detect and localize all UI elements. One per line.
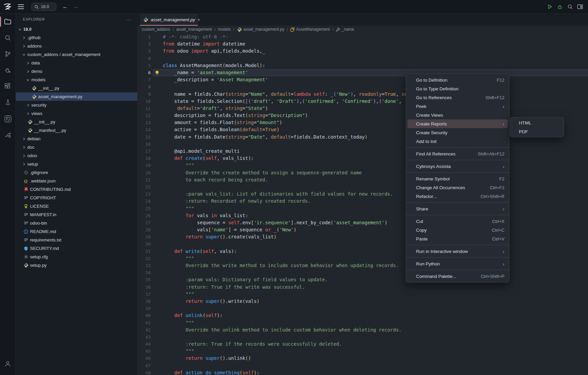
tree-item-setup[interactable]: setup: [16, 160, 137, 168]
tree-item-addons[interactable]: addons: [16, 42, 137, 50]
project-search-box[interactable]: 18.0: [31, 3, 56, 11]
menu-item-refactor[interactable]: Refactor...Ctrl+Shift+R: [406, 192, 509, 201]
code-line-48[interactable]: 48 def action_do_something(self):: [137, 369, 588, 375]
explorer-more-icon[interactable]: ···: [126, 17, 132, 22]
menu-item-paste[interactable]: PasteCtrl+V: [406, 234, 509, 243]
code-line-40[interactable]: 40 def unlink(self):: [137, 312, 588, 319]
code-line-29[interactable]: 29 return super().create(vals_list): [137, 233, 588, 240]
menu-item-go-to-references[interactable]: Go to ReferencesShift+F12: [406, 93, 509, 102]
tree-item-gitignore[interactable]: .gitignore: [16, 168, 137, 177]
menu-item-find-all-references[interactable]: Find All ReferencesShift+Alt+F12: [406, 149, 509, 158]
code-line-31[interactable]: 31 def write(self, vals):: [137, 248, 588, 255]
code-line-7[interactable]: 7 _description = 'Asset Management': [137, 76, 588, 83]
code-line-32[interactable]: 32 """: [137, 255, 588, 262]
tree-item-asset-management-py[interactable]: asset_management.py: [16, 92, 137, 101]
tab-asset-management-py[interactable]: asset_management.py ×: [140, 14, 198, 26]
code-line-1[interactable]: 1# -*- coding: utf-8 -*-: [137, 33, 588, 40]
code-line-2[interactable]: 2from datetime import datetime: [137, 40, 588, 48]
tree-item-copyright[interactable]: COPYRIGHT: [16, 194, 137, 202]
menu-item-create-security[interactable]: Create Security: [406, 128, 509, 137]
tree-item-init-py[interactable]: __init__.py: [16, 118, 137, 126]
search-icon[interactable]: [567, 4, 573, 10]
menu-item-go-to-type-definition[interactable]: Go to Type Definition: [406, 84, 509, 93]
code-line-18[interactable]: 18 def create(self, vals_list):: [137, 155, 588, 162]
menu-item-create-views[interactable]: Create Views: [406, 111, 509, 119]
code-line-46[interactable]: 46 return super().unlink(): [137, 355, 588, 362]
code-line-45[interactable]: 45 """: [137, 348, 588, 355]
tree-item-readme-md[interactable]: README.md: [16, 227, 137, 236]
tree-item-odoo[interactable]: odoo: [16, 151, 137, 160]
code-line-42[interactable]: 42 Override the unlink method to include…: [137, 326, 588, 334]
code-line-9[interactable]: 9 name = fields.Char(string="Name", defa…: [137, 91, 588, 98]
activity-account-icon[interactable]: [0, 356, 16, 372]
code-line-39[interactable]: 39: [137, 305, 588, 312]
code-line-47[interactable]: 47: [137, 362, 588, 369]
menu-item-cybrosys-assista[interactable]: Cybrosys Assista›: [406, 162, 509, 171]
activity-source-control-icon[interactable]: [0, 46, 16, 62]
code-line-38[interactable]: 38 return super().write(vals): [137, 298, 588, 305]
activity-postgres-icon[interactable]: [0, 111, 16, 126]
menu-item-go-to-definition[interactable]: Go to DefinitionF12: [406, 76, 509, 84]
breadcrumb-models[interactable]: models: [218, 27, 231, 32]
code-line-30[interactable]: 30: [137, 240, 588, 248]
tree-item-doc[interactable]: doc: [16, 143, 137, 151]
code-line-25[interactable]: 25 """: [137, 205, 588, 212]
tree-item-manifest-py[interactable]: __manifest__.py: [16, 126, 137, 135]
code-line-41[interactable]: 41 """: [137, 319, 588, 326]
code-line-34[interactable]: 34: [137, 269, 588, 276]
tree-item-manifest-in[interactable]: MANIFEST.in: [16, 210, 137, 219]
menu-item-create-reports[interactable]: Create Reports›: [407, 119, 508, 128]
breadcrumb-assetmanagement[interactable]: AssetManagement: [290, 27, 330, 32]
code-line-4[interactable]: 4: [137, 55, 588, 62]
menu-item-rename-symbol[interactable]: Rename SymbolF2: [406, 174, 509, 183]
menu-item-run-in-interactive-window[interactable]: Run in Interactive window›: [406, 247, 509, 256]
activity-extensions-icon[interactable]: [0, 79, 16, 94]
code-line-22[interactable]: 22: [137, 183, 588, 191]
tree-item-18-0[interactable]: 18.0: [16, 25, 137, 33]
menu-item-command-palette[interactable]: Command Palette...Ctrl+Shift+P: [406, 272, 509, 281]
tree-item-security[interactable]: security: [16, 101, 137, 109]
code-line-11[interactable]: 11 default='draft', string="State"): [137, 105, 588, 112]
code-line-37[interactable]: 37 """: [137, 291, 588, 298]
breadcrumb-asset-management-py[interactable]: asset_management.py: [237, 27, 284, 32]
menu-item-peek[interactable]: Peek›: [406, 102, 509, 111]
menu-item-add-to-init[interactable]: Add to Init: [406, 137, 509, 146]
code-line-24[interactable]: 24 :return: Recordset of newly created r…: [137, 198, 588, 205]
breadcrumb-name[interactable]: _name: [336, 27, 354, 32]
activity-search-icon[interactable]: [0, 30, 16, 46]
forward-arrow-icon[interactable]: →: [73, 3, 79, 10]
activity-odoo-tools-icon[interactable]: [0, 127, 16, 143]
code-line-35[interactable]: 35 :param vals: Dictionary of field valu…: [137, 276, 588, 283]
menu-item-cut[interactable]: CutCtrl+X: [406, 217, 509, 226]
tree-item-views[interactable]: views: [16, 109, 137, 118]
tree-item-security-md[interactable]: SECURITY.md: [16, 244, 137, 253]
code-line-26[interactable]: 26 for vals in vals_list:: [137, 212, 588, 219]
code-line-19[interactable]: 19 """: [137, 162, 588, 169]
back-arrow-icon[interactable]: ←: [62, 3, 68, 10]
tree-item-github[interactable]: .github: [16, 33, 137, 42]
layout-icon[interactable]: [577, 4, 583, 10]
tree-item-requirements-txt[interactable]: requirements.txt: [16, 236, 137, 244]
menu-item-share[interactable]: Share›: [406, 204, 509, 213]
code-line-10[interactable]: 10 state = fields.Selection([('draft', '…: [137, 98, 588, 105]
code-line-33[interactable]: 33 Override the write method to include …: [137, 262, 588, 269]
submenu-item-pdf[interactable]: PDF: [510, 127, 564, 136]
tree-item-debian[interactable]: debian: [16, 135, 137, 143]
tree-item-weblate-json[interactable]: {}.weblate.json: [16, 177, 137, 185]
tab-close-icon[interactable]: ×: [198, 17, 200, 22]
tree-item-odoo-bin[interactable]: odoo-bin: [16, 219, 137, 227]
menu-item-run-python[interactable]: Run Python›: [406, 259, 509, 268]
menu-icon[interactable]: [18, 4, 24, 9]
code-line-16[interactable]: 16: [137, 141, 588, 148]
code-line-44[interactable]: 44 :return: True if the records were suc…: [137, 341, 588, 348]
code-line-6[interactable]: 6 _name = 'asset.management': [137, 69, 588, 76]
code-editor[interactable]: 1# -*- coding: utf-8 -*-2from datetime i…: [137, 33, 588, 375]
code-line-3[interactable]: 3from odoo import api,fields,models,_: [137, 48, 588, 55]
submenu-item-html[interactable]: HTML: [510, 118, 564, 127]
code-line-23[interactable]: 23 :param vals_list: List of dictionarie…: [137, 191, 588, 198]
menu-item-change-all-occurrences[interactable]: Change All OccurrencesCtrl+F2: [406, 183, 509, 192]
code-line-27[interactable]: 27 sequence = self.env['ir.sequence'].ne…: [137, 219, 588, 226]
tree-item-setup-cfg[interactable]: setup.cfg: [16, 253, 137, 261]
tree-item-demo[interactable]: demo: [16, 67, 137, 76]
quick-fix-lightbulb-icon[interactable]: [155, 70, 159, 75]
